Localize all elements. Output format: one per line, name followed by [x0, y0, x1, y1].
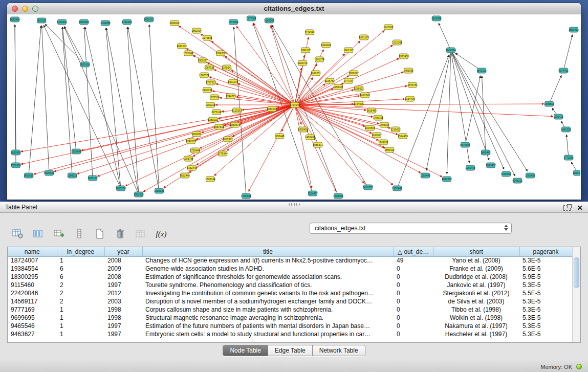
function-builder-icon-button[interactable]: f(x) — [154, 227, 169, 240]
cell-name[interactable]: 9465546 — [8, 322, 57, 330]
graph-node[interactable]: 1390513 — [67, 173, 77, 178]
cell-pagerank[interactable]: 5.3E-5 — [519, 322, 572, 330]
graph-node[interactable]: 1862004 — [191, 28, 202, 33]
cell-name[interactable]: 9115460 — [8, 281, 57, 289]
graph-node[interactable]: 1725440 — [190, 148, 200, 153]
tab-node-table[interactable]: Node Table — [223, 345, 268, 356]
window-titlebar[interactable]: citations_edges.txt — [7, 3, 581, 14]
graph-edge[interactable] — [295, 30, 384, 105]
cell-in_degree[interactable]: 1 — [57, 305, 104, 314]
cell-short[interactable]: Jankovic et al. (1997) — [433, 281, 519, 289]
table-row[interactable]: 1830029562008Estimation of significance … — [8, 273, 572, 281]
graph-edge[interactable] — [465, 76, 481, 145]
graph-node[interactable]: 1610627 — [372, 133, 382, 138]
graph-node[interactable]: 1122051 — [232, 108, 242, 113]
tab-edge-table[interactable]: Edge Table — [268, 345, 312, 356]
graph-node[interactable]: 2284209 — [215, 51, 226, 56]
graph-edge[interactable] — [85, 27, 121, 188]
graph-node[interactable]: 1873304 — [228, 19, 238, 25]
cell-in_degree[interactable]: 6 — [57, 265, 104, 273]
graph-edge[interactable] — [563, 35, 573, 71]
graph-node[interactable]: 2087533 — [204, 65, 214, 70]
graph-node[interactable]: 1216632 — [390, 127, 401, 132]
cell-out_degree[interactable]: 0 — [394, 322, 433, 330]
cell-name[interactable]: 22420046 — [8, 289, 57, 297]
cell-title[interactable]: Genome-wide association studies in ADHD. — [142, 265, 394, 273]
graph-node[interactable]: 1760344 — [241, 193, 251, 199]
cell-in_degree[interactable]: 1 — [57, 322, 104, 330]
column-header-short[interactable]: short — [433, 247, 519, 256]
cell-in_degree[interactable]: 2 — [57, 281, 104, 289]
graph-node[interactable]: 1936371 — [313, 142, 323, 147]
table-selector-dropdown[interactable]: citations_edges.txt — [310, 223, 512, 234]
cell-year[interactable]: 2008 — [104, 273, 142, 281]
cell-out_degree[interactable]: 0 — [394, 314, 433, 322]
graph-edge[interactable] — [29, 26, 41, 176]
table-row[interactable]: 1872400712008Changes of HCN gene express… — [8, 256, 572, 265]
graph-edge[interactable] — [439, 23, 451, 50]
graph-edge[interactable] — [237, 83, 295, 105]
graph-node[interactable]: 1903055 — [24, 173, 34, 178]
cell-year[interactable]: 1998 — [104, 305, 142, 314]
graph-node[interactable]: 1696107 — [300, 48, 311, 53]
graph-node[interactable]: 2125751 — [324, 78, 335, 83]
graph-node[interactable]: 1380202 — [208, 117, 218, 122]
graph-node[interactable]: 9274413 — [558, 68, 569, 73]
graph-node[interactable]: 1092413 — [553, 114, 563, 119]
table-row[interactable]: 911546021997Tourette syndrome. Phenomeno… — [8, 281, 572, 289]
cell-year[interactable]: 1997 — [104, 330, 142, 338]
graph-edge[interactable] — [295, 105, 442, 177]
graph-edge[interactable] — [42, 26, 49, 173]
graph-node[interactable]: 1550413 — [569, 27, 579, 32]
graph-node[interactable]: 2160159 — [202, 87, 212, 93]
row-height-icon-button[interactable] — [72, 227, 87, 240]
graph-node[interactable]: 1981305 — [134, 192, 144, 197]
graph-edge[interactable] — [295, 45, 393, 105]
cell-pagerank[interactable]: 5.3E-5 — [519, 314, 572, 322]
graph-node[interactable]: 1124540 — [304, 30, 314, 35]
graph-node[interactable]: 1610742 — [360, 93, 370, 98]
cell-out_degree[interactable]: 49 — [394, 256, 433, 265]
graph-node[interactable]: 1092450 — [525, 173, 535, 178]
cell-name[interactable]: 9777169 — [8, 305, 57, 314]
cell-title[interactable]: Tourette syndrome. Phenomenology and cla… — [142, 281, 394, 289]
cell-pagerank[interactable]: 5.3E-5 — [519, 256, 572, 265]
graph-node[interactable]: 2279841 — [202, 35, 212, 40]
cell-year[interactable]: 2008 — [104, 256, 142, 265]
graph-node[interactable]: 1693806 — [10, 17, 20, 22]
graph-node[interactable]: 1496104 — [379, 122, 389, 127]
graph-node[interactable]: 1903811 — [191, 132, 201, 137]
graph-edge[interactable] — [64, 27, 139, 194]
graph-edge[interactable] — [127, 27, 139, 194]
graph-node[interactable]: 1952440 — [392, 186, 402, 191]
column-header-year[interactable]: year — [104, 247, 142, 256]
cell-title[interactable]: Changes of HCN gene expression and I(f) … — [142, 256, 394, 265]
graph-edge[interactable] — [253, 23, 295, 105]
table-row[interactable]: 977716911998Corpus callosum shape and si… — [8, 305, 572, 314]
cell-in_degree[interactable]: 1 — [57, 256, 104, 265]
graph-node[interactable]: 2289642 — [169, 20, 180, 26]
graph-node[interactable]: 1905132 — [88, 176, 98, 181]
cell-title[interactable]: Disruption of a novel member of a sodium… — [142, 297, 394, 305]
graph-node[interactable]: 1577304 — [246, 16, 256, 21]
graph-node[interactable]: 1278534 — [209, 95, 220, 100]
cell-in_degree[interactable]: 1 — [57, 314, 104, 322]
cell-short[interactable]: Nakamura et al. (1997) — [433, 322, 519, 330]
graph-node[interactable]: 2526695 — [71, 149, 81, 154]
graph-edge[interactable] — [15, 25, 16, 165]
cell-name[interactable]: 18300295 — [8, 273, 57, 281]
graph-node[interactable]: 1091440 — [465, 165, 475, 170]
graph-node[interactable]: 2051302 — [144, 17, 154, 22]
cell-in_degree[interactable]: 6 — [57, 273, 104, 281]
new-document-icon-button[interactable] — [92, 227, 107, 240]
cell-name[interactable]: 19384554 — [8, 265, 57, 273]
column-header-out_degree[interactable]: △ out_de… — [394, 247, 433, 256]
cell-pagerank[interactable]: 5.3E-5 — [519, 305, 572, 314]
cell-short[interactable]: Dudbridge et al. (2008) — [433, 273, 519, 281]
cell-year[interactable]: 1997 — [104, 281, 142, 289]
float-panel-icon[interactable] — [563, 205, 571, 211]
cell-out_degree[interactable]: 0 — [394, 289, 433, 297]
column-header-pagerank[interactable]: pagerank — [519, 247, 572, 256]
graph-node[interactable]: 1693144 — [205, 177, 215, 182]
show-columns-icon-button[interactable] — [31, 227, 46, 240]
